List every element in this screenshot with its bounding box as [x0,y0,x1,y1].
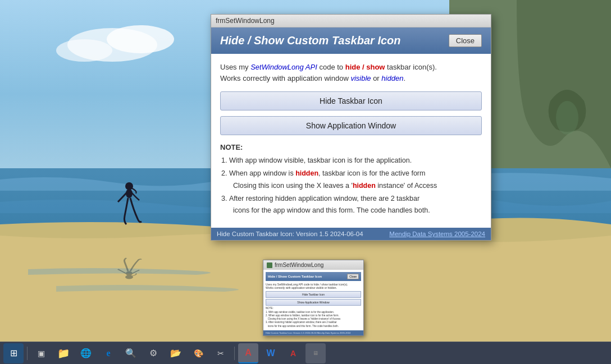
snip-button[interactable]: ✂ [211,343,231,363]
settings-button[interactable]: ⚙ [143,343,163,363]
edge-button[interactable]: e [98,343,118,363]
browser-icon: 🌐 [80,348,92,358]
access2-taskbar-button[interactable]: A [283,343,303,363]
taskview-icon: ▣ [38,349,45,358]
thumbnail-show-btn[interactable]: Show Application Window [266,299,361,306]
close-button[interactable]: Close [449,34,482,47]
thumbnail-window: frmSetWindowLong Hide / Show Custom Task… [263,260,364,336]
note-title: NOTE: [220,143,482,151]
note-item-3: After restoring hidden application windo… [229,193,482,217]
taskview-button[interactable]: ▣ [31,343,51,363]
taskbar-separator-2 [234,347,235,360]
start-button[interactable]: ⊞ [3,343,24,363]
snip-icon: ✂ [217,349,224,358]
thumbnail-close-button[interactable]: Close [347,274,359,279]
thumbnail-hide-btn[interactable]: Hide Taskbar Icon [266,291,361,298]
note-section: NOTE: With app window visible, taskbar i… [220,141,482,220]
thumbnail-content: Hide / Show Custom Taskbar Icon Close Us… [263,270,363,330]
svg-point-2 [107,25,174,53]
fileexplorer-icon: 📁 [57,347,70,360]
folder2-icon: 📂 [170,348,181,358]
thumbnail-titlebar: frmSetWindowLong [263,260,363,270]
dialog-header: Hide / Show Custom Taskbar Icon Close [211,27,491,54]
thumbnail-note: NOTE: 1. With app window visible, taskba… [266,307,361,328]
search-button[interactable]: 🔍 [121,343,141,363]
start-icon: ⊞ [10,348,17,358]
note-item-1: With app window visible, taskbar icon is… [229,155,482,167]
dialog-body: Uses my SetWindowLong API code to hide /… [211,54,491,228]
dialog-footer: Hide Custom Taskbar Icon: Version 1.5 20… [211,228,491,240]
access-taskbar-button[interactable]: A [238,343,258,363]
show-application-button[interactable]: Show Application Window [220,116,482,135]
svg-point-6 [556,101,578,135]
footer-company-link[interactable]: Mendip Data Systems 2005-2024 [389,231,485,237]
thumbnail-footer: Hide Custom Taskbar Icon: Version 1.5 20… [263,330,363,335]
thumbnail-header-title: Hide / Show Custom Taskbar Icon [268,275,322,278]
svg-point-3 [56,39,112,62]
dialog-header-title: Hide / Show Custom Taskbar Icon [220,34,401,47]
search-icon: 🔍 [125,348,136,358]
main-dialog: frmSetWindowLong Hide / Show Custom Task… [211,14,491,241]
access-icon: A [245,348,252,358]
taskbar-separator-1 [27,347,28,360]
thumbnail-titlebar-text: frmSetWindowLong [275,262,323,268]
thumbnail-description: Uses my SetWindowLong API code to hide /… [266,283,361,289]
settings-icon: ⚙ [149,348,157,358]
dialog-titlebar: frmSetWindowLong [211,15,491,27]
access2-icon: A [290,349,296,358]
taskbar: ⊞ ▣ 📁 🌐 e 🔍 ⚙ 📂 🎨 ✂ A [0,342,611,364]
thumbnail-header: Hide / Show Custom Taskbar Icon Close [266,272,361,281]
fileexplorer-button[interactable]: 📁 [53,343,74,363]
hide-taskbar-button[interactable]: Hide Taskbar Icon [220,91,482,110]
edge-icon: e [106,348,110,358]
frmwindow-taskbar-button[interactable]: 🖥 [306,343,326,363]
folder2-button[interactable]: 📂 [166,343,186,363]
browser-button[interactable]: 🌐 [76,343,96,363]
footer-version-text: Hide Custom Taskbar Icon: Version 1.5 20… [217,231,363,237]
thumbnail-app-icon [267,262,272,268]
titlebar-text: frmSetWindowLong [216,17,275,25]
note-item-2: When app window is hidden, taskbar icon … [229,168,482,192]
paint-button[interactable]: 🎨 [188,343,208,363]
thumbnail-footer-text: Hide Custom Taskbar Icon: Version 1.5 20… [266,331,350,334]
dialog-description: Uses my SetWindowLong API code to hide /… [220,62,482,84]
frmwindow-icon: 🖥 [313,350,318,356]
word-taskbar-button[interactable]: W [261,343,281,363]
paint-icon: 🎨 [194,349,203,358]
word-icon: W [266,348,275,358]
note-list: With app window visible, taskbar icon is… [220,155,482,216]
